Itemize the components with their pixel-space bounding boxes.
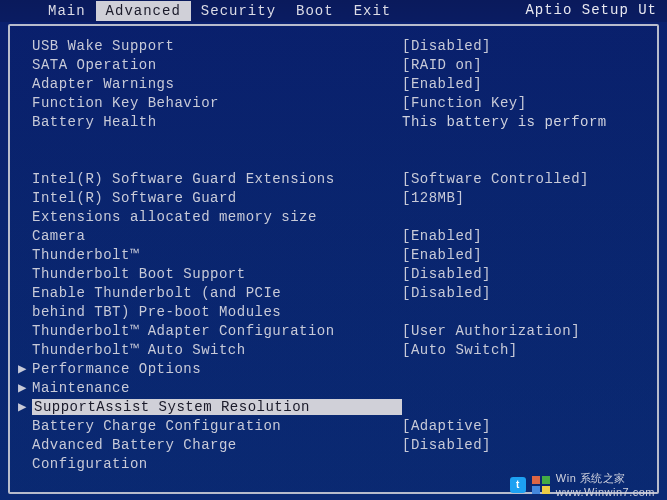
setting-value[interactable]: [Adaptive] <box>402 418 649 434</box>
setting-label: Camera <box>32 228 402 244</box>
indent <box>18 437 32 453</box>
twitter-icon: t <box>510 477 526 493</box>
indent <box>18 190 32 206</box>
setting-label: Thunderbolt™ Adapter Configuration <box>32 323 402 339</box>
setting-value[interactable]: [Disabled] <box>402 437 649 453</box>
tab-bar: Main Advanced Security Boot Exit Aptio S… <box>0 0 667 22</box>
setting-label: Battery Charge Configuration <box>32 418 402 434</box>
setting-row[interactable]: Function Key Behavior[Function Key] <box>18 93 649 112</box>
setting-row[interactable]: Camera[Enabled] <box>18 226 649 245</box>
indent <box>18 114 32 130</box>
submenu-row[interactable]: ▶SupportAssist System Resolution <box>18 397 649 416</box>
setting-label: Adapter Warnings <box>32 76 402 92</box>
indent <box>18 247 32 263</box>
setting-label: Configuration <box>32 456 402 472</box>
setting-value[interactable]: [User Authorization] <box>402 323 649 339</box>
setting-label: Thunderbolt Boot Support <box>32 266 402 282</box>
setting-label: Intel(R) Software Guard Extensions <box>32 171 402 187</box>
setting-label: SATA Operation <box>32 57 402 73</box>
setting-value[interactable]: [Enabled] <box>402 247 649 263</box>
setting-label: Function Key Behavior <box>32 95 402 111</box>
setting-label: SupportAssist System Resolution <box>32 399 402 415</box>
setting-label: Enable Thunderbolt (and PCIe <box>32 285 402 301</box>
watermark: t Win 系统之家 www.Winwin7.com <box>510 471 655 498</box>
indent <box>18 228 32 244</box>
setting-row[interactable]: Battery Charge Configuration[Adaptive] <box>18 416 649 435</box>
setting-row[interactable]: Enable Thunderbolt (and PCIe[Disabled] <box>18 283 649 302</box>
submenu-row[interactable]: ▶Maintenance <box>18 378 649 397</box>
setting-value[interactable]: [Disabled] <box>402 38 649 54</box>
tab-security[interactable]: Security <box>191 1 286 21</box>
tab-exit[interactable]: Exit <box>344 1 402 21</box>
indent <box>18 38 32 54</box>
setting-row[interactable]: Thunderbolt™ Auto Switch[Auto Switch] <box>18 340 649 359</box>
blank-row <box>18 131 649 150</box>
indent <box>18 304 32 320</box>
setting-value[interactable]: [Disabled] <box>402 285 649 301</box>
submenu-arrow-icon: ▶ <box>18 398 32 415</box>
setting-row[interactable]: Thunderbolt Boot Support[Disabled] <box>18 264 649 283</box>
setting-label: Advanced Battery Charge <box>32 437 402 453</box>
settings-frame: USB Wake Support[Disabled] SATA Operatio… <box>8 24 659 494</box>
indent <box>18 266 32 282</box>
setting-row[interactable]: Adapter Warnings[Enabled] <box>18 74 649 93</box>
tab-boot[interactable]: Boot <box>286 1 344 21</box>
indent <box>18 171 32 187</box>
setting-row: behind TBT) Pre-boot Modules <box>18 302 649 321</box>
bios-screen: Main Advanced Security Boot Exit Aptio S… <box>0 0 667 500</box>
setting-row[interactable]: Advanced Battery Charge[Disabled] <box>18 435 649 454</box>
setting-label: behind TBT) Pre-boot Modules <box>32 304 402 320</box>
setting-row: Extensions allocated memory size <box>18 207 649 226</box>
submenu-arrow-icon: ▶ <box>18 379 32 396</box>
setting-label: Intel(R) Software Guard <box>32 190 402 206</box>
setting-value[interactable]: [RAID on] <box>402 57 649 73</box>
indent <box>18 76 32 92</box>
setting-value[interactable]: [Function Key] <box>402 95 649 111</box>
setting-info-text: This battery is perform <box>402 114 649 130</box>
setting-row[interactable]: Battery HealthThis battery is perform <box>18 112 649 131</box>
setting-label: Maintenance <box>32 380 402 396</box>
indent <box>18 418 32 434</box>
setting-value[interactable]: [Enabled] <box>402 76 649 92</box>
windows-icon <box>532 476 550 494</box>
indent <box>18 95 32 111</box>
watermark-text1: Win 系统之家 <box>556 472 626 484</box>
setting-label: USB Wake Support <box>32 38 402 54</box>
setting-row[interactable]: Thunderbolt™ Adapter Configuration[User … <box>18 321 649 340</box>
submenu-arrow-icon: ▶ <box>18 360 32 377</box>
setting-label: Extensions allocated memory size <box>32 209 402 225</box>
blank-row <box>18 150 649 169</box>
tab-main[interactable]: Main <box>38 1 96 21</box>
indent <box>18 57 32 73</box>
indent <box>18 342 32 358</box>
indent <box>18 285 32 301</box>
setting-label: Thunderbolt™ <box>32 247 402 263</box>
submenu-row[interactable]: ▶Performance Options <box>18 359 649 378</box>
setting-row[interactable]: USB Wake Support[Disabled] <box>18 36 649 55</box>
setting-value[interactable]: [Software Controlled] <box>402 171 649 187</box>
bios-title: Aptio Setup Ut <box>525 2 657 18</box>
indent <box>18 209 32 225</box>
indent <box>18 456 32 472</box>
indent <box>18 323 32 339</box>
setting-label: Thunderbolt™ Auto Switch <box>32 342 402 358</box>
setting-value[interactable]: [Auto Switch] <box>402 342 649 358</box>
setting-row[interactable]: Intel(R) Software Guard Extensions[Softw… <box>18 169 649 188</box>
setting-value[interactable]: [Enabled] <box>402 228 649 244</box>
setting-row[interactable]: Intel(R) Software Guard[128MB] <box>18 188 649 207</box>
setting-row[interactable]: SATA Operation[RAID on] <box>18 55 649 74</box>
tab-advanced[interactable]: Advanced <box>96 1 191 21</box>
setting-label: Battery Health <box>32 114 402 130</box>
settings-list: USB Wake Support[Disabled] SATA Operatio… <box>18 36 649 473</box>
setting-label: Performance Options <box>32 361 402 377</box>
setting-row[interactable]: Thunderbolt™[Enabled] <box>18 245 649 264</box>
watermark-text2: www.Winwin7.com <box>556 486 655 498</box>
setting-value[interactable]: [128MB] <box>402 190 649 206</box>
setting-value[interactable]: [Disabled] <box>402 266 649 282</box>
